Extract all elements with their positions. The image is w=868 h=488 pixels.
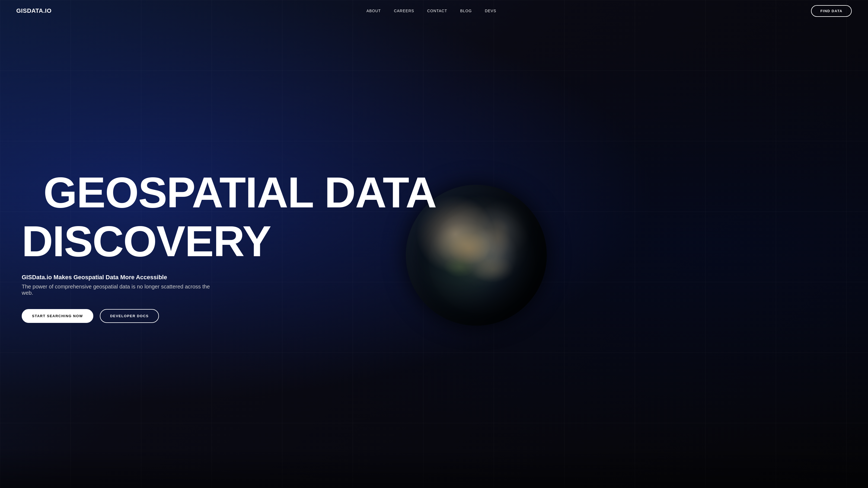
start-searching-button[interactable]: START SEARCHING NOW xyxy=(22,309,93,323)
find-data-button[interactable]: FIND DATA xyxy=(811,5,852,17)
hero-buttons: START SEARCHING NOW DEVELOPER DOCS xyxy=(22,309,846,323)
page-wrapper: GISDATA.IO ABOUT CAREERS CONTACT BLOG DE… xyxy=(0,0,868,488)
nav-link-about[interactable]: ABOUT xyxy=(367,9,381,13)
hero-title-line2: DISCOVERY xyxy=(22,220,846,263)
hero-subtitle-bold: GISData.io Makes Geospatial Data More Ac… xyxy=(22,274,212,281)
hero-title-line1: GEOSPATIAL DATA xyxy=(43,171,846,214)
nav-link-contact[interactable]: CONTACT xyxy=(427,9,447,13)
hero-subtitle: The power of comprehensive geospatial da… xyxy=(22,284,212,296)
navbar: GISDATA.IO ABOUT CAREERS CONTACT BLOG DE… xyxy=(0,0,868,22)
nav-links: ABOUT CAREERS CONTACT BLOG DEVS xyxy=(367,9,496,13)
site-logo[interactable]: GISDATA.IO xyxy=(16,7,52,14)
nav-link-careers[interactable]: CAREERS xyxy=(394,9,414,13)
hero-content: GEOSPATIAL DATA DISCOVERY GISData.io Mak… xyxy=(0,0,868,488)
developer-docs-button[interactable]: DEVELOPER DOCS xyxy=(100,309,159,323)
nav-link-blog[interactable]: BLOG xyxy=(460,9,472,13)
nav-link-devs[interactable]: DEVS xyxy=(485,9,496,13)
